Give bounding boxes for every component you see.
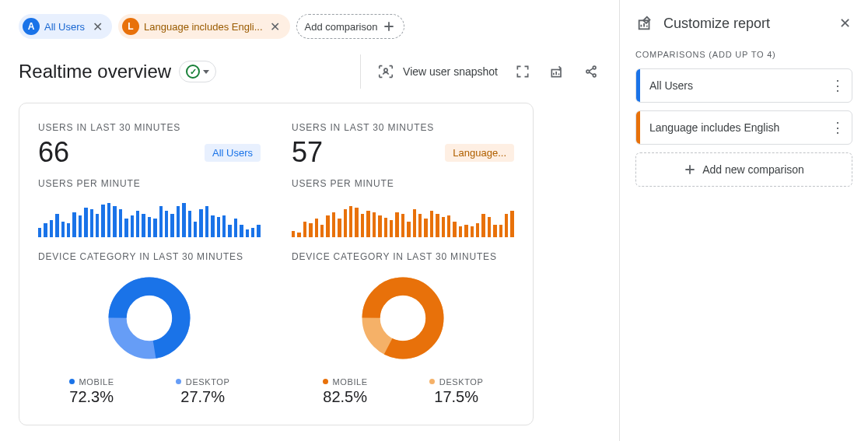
- fullscreen-icon[interactable]: [513, 62, 532, 81]
- realtime-card: USERS IN LAST 30 MINUTES 66 All Users US…: [19, 103, 534, 425]
- add-new-comparison-button[interactable]: Add new comparison: [635, 152, 852, 187]
- plus-icon: [684, 163, 696, 176]
- share-icon[interactable]: [582, 62, 600, 81]
- customize-icon: [635, 14, 654, 33]
- status-dropdown[interactable]: ✓: [179, 61, 216, 82]
- page-title: Realtime overview: [19, 61, 171, 82]
- device-donut-chart: [107, 276, 191, 360]
- comparison-item-language[interactable]: Language includes English ⋮: [635, 110, 852, 145]
- plus-icon: [382, 19, 396, 33]
- legend-mobile: MOBILE 72.3%: [69, 374, 114, 406]
- header-actions: View user snapshot: [360, 54, 600, 89]
- edit-report-icon[interactable]: [548, 62, 566, 81]
- chip-label: Add comparison: [305, 21, 378, 33]
- add-comparison-chip[interactable]: Add comparison: [296, 14, 405, 39]
- chevron-down-icon: [203, 70, 209, 74]
- comparison-item-all-users[interactable]: All Users ⋮: [635, 68, 852, 103]
- chip-language[interactable]: L Language includes Engli... ✕: [118, 14, 290, 39]
- svg-point-0: [384, 68, 387, 72]
- card-column-all-users: USERS IN LAST 30 MINUTES 66 All Users US…: [38, 122, 261, 406]
- title-group: Realtime overview ✓: [19, 61, 216, 82]
- chip-all-users[interactable]: A All Users ✕: [19, 14, 112, 39]
- add-comparison-label: Add new comparison: [702, 163, 804, 176]
- check-circle-icon: ✓: [186, 65, 200, 79]
- svg-point-2: [593, 66, 596, 69]
- metric-label: USERS PER MINUTE: [38, 178, 261, 189]
- user-snapshot-icon: [376, 62, 395, 81]
- comparison-chips: A All Users ✕ L Language includes Engli.…: [19, 14, 600, 39]
- svg-point-3: [586, 70, 590, 73]
- customize-report-panel: Customize report ✕ COMPARISONS (ADD UP T…: [619, 0, 868, 441]
- segment-tag: Language...: [445, 144, 514, 162]
- metric-label: USERS IN LAST 30 MINUTES: [292, 122, 514, 133]
- legend-desktop: DESKTOP 17.5%: [429, 374, 484, 406]
- chip-badge-language: L: [122, 18, 139, 35]
- chip-badge-all-users: A: [23, 18, 40, 35]
- comparison-label: Language includes English: [640, 121, 824, 134]
- svg-point-4: [593, 74, 596, 77]
- comparisons-subheader: COMPARISONS (ADD UP TO 4): [635, 50, 852, 59]
- main-area: A All Users ✕ L Language includes Engli.…: [0, 0, 619, 441]
- chip-label: Language includes Engli...: [144, 21, 263, 33]
- side-title: Customize report: [663, 16, 828, 32]
- users-per-minute-chart-blue: [38, 198, 261, 237]
- legend-desktop: DESKTOP 27.7%: [176, 374, 230, 406]
- snapshot-label: View user snapshot: [403, 65, 498, 78]
- users-per-minute-chart-orange: [292, 198, 514, 237]
- close-icon[interactable]: ✕: [837, 16, 852, 31]
- card-column-language: USERS IN LAST 30 MINUTES 57 Language... …: [292, 122, 514, 406]
- segment-tag: All Users: [205, 144, 261, 162]
- device-legend: MOBILE 82.5% DESKTOP 17.5%: [292, 374, 514, 406]
- side-header: Customize report ✕: [635, 14, 852, 33]
- page-header: Realtime overview ✓ View user snapshot: [19, 54, 600, 89]
- metric-label: DEVICE CATEGORY IN LAST 30 MINUTES: [292, 251, 514, 262]
- users-count: 66: [38, 136, 69, 169]
- view-user-snapshot-button[interactable]: View user snapshot: [376, 62, 498, 81]
- metric-label: DEVICE CATEGORY IN LAST 30 MINUTES: [38, 251, 261, 262]
- comparison-label: All Users: [640, 79, 824, 92]
- close-icon[interactable]: ✕: [268, 19, 283, 34]
- device-donut-chart: [361, 276, 445, 360]
- chip-label: All Users: [44, 21, 85, 33]
- users-count: 57: [292, 136, 323, 169]
- metric-label: USERS PER MINUTE: [292, 178, 514, 189]
- more-menu-icon[interactable]: ⋮: [824, 77, 852, 94]
- legend-mobile: MOBILE 82.5%: [323, 374, 368, 406]
- metric-label: USERS IN LAST 30 MINUTES: [38, 122, 261, 133]
- close-icon[interactable]: ✕: [89, 19, 105, 34]
- device-legend: MOBILE 72.3% DESKTOP 27.7%: [38, 374, 261, 406]
- more-menu-icon[interactable]: ⋮: [824, 119, 852, 136]
